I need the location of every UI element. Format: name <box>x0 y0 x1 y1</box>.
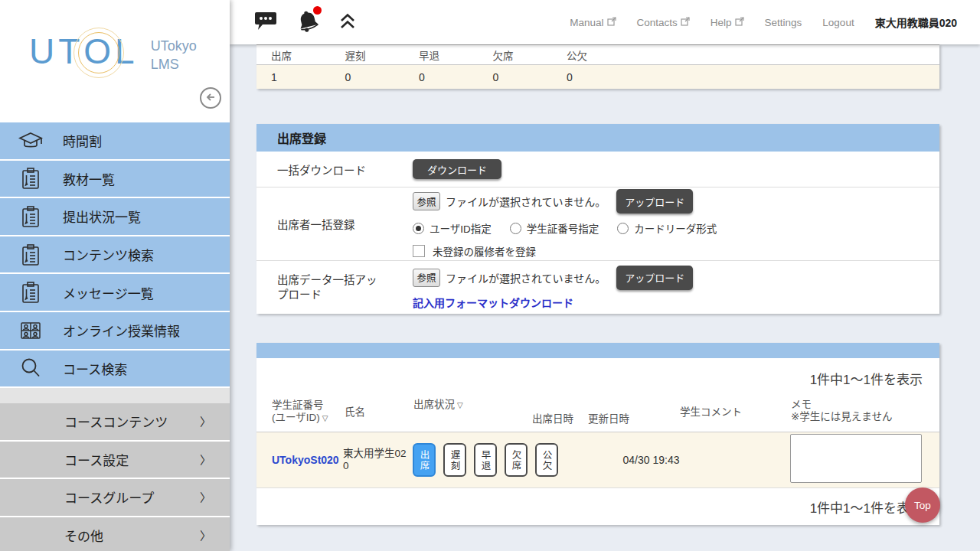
topbar: Manual Contacts Help Settings Logout 東 <box>230 0 980 44</box>
link-label: Logout <box>822 17 854 28</box>
sidebar-collapse-button[interactable] <box>200 87 221 109</box>
student-row: UTokyoSt020 東大用学生020 出席 遅刻 早退 欠席 公欠 04/3… <box>256 432 939 488</box>
col-attend-date: 出席日時 <box>532 413 573 425</box>
summary-col-header: 欠席 <box>493 47 567 63</box>
help-link[interactable]: Help <box>710 17 744 28</box>
clipboard-icon <box>17 243 44 267</box>
utol-logo: UTOL UTokyo LMS <box>29 31 197 74</box>
link-label: Settings <box>765 17 802 28</box>
status-button-present[interactable]: 出席 <box>413 443 436 477</box>
logo-subtitle: UTokyo LMS <box>151 37 197 74</box>
attendance-summary-table: 出席 遅刻 早退 欠席 公欠 1 0 0 0 0 <box>256 44 939 89</box>
attendance-register-panel: 出席登録 一括ダウンロード ダウンロード 出席者一括登録 参照 ファイルが選択さ… <box>256 124 939 314</box>
download-button[interactable]: ダウンロード <box>413 159 501 179</box>
sidebar-item-label: その他 <box>64 526 103 545</box>
logo-part2: O <box>83 31 115 72</box>
summary-value-row: 1 0 0 0 0 <box>256 65 939 89</box>
col-student-id[interactable]: 学生証番号 (ユーザID)▽ <box>272 399 328 424</box>
browse-file-button[interactable]: 参照 <box>413 269 440 287</box>
link-label: Manual <box>570 17 603 28</box>
contacts-link[interactable]: Contacts <box>637 17 690 28</box>
sidebar-item-label: コースグループ <box>64 487 154 507</box>
sidebar-item-course-contents[interactable]: コースコンテンツ 〉 <box>0 403 230 442</box>
radio-label: 学生証番号指定 <box>527 220 599 236</box>
link-label: Help <box>710 17 732 28</box>
col-update-date: 更新日時 <box>588 413 629 425</box>
sidebar-item-submission-status[interactable]: 提出状況一覧 <box>0 198 230 236</box>
collapse-topbar-button[interactable] <box>338 12 357 33</box>
data-upload-row: 出席データ一括アップロード 参照 ファイルが選択されていません。 アップロード … <box>256 261 939 314</box>
notification-badge <box>313 6 322 15</box>
radio-card-reader[interactable] <box>617 223 629 234</box>
sidebar-item-course-group[interactable]: コースグループ 〉 <box>0 479 230 517</box>
sidebar-item-course-search[interactable]: コース検索 <box>0 350 230 389</box>
radio-student-number[interactable] <box>510 223 521 234</box>
settings-link[interactable]: Settings <box>765 17 802 28</box>
student-name: 東大用学生020 <box>343 448 413 472</box>
logout-link[interactable]: Logout <box>822 17 854 28</box>
notifications-button[interactable] <box>296 9 320 36</box>
col-status[interactable]: 出席状況▽ <box>413 399 463 411</box>
upload-button[interactable]: アップロード <box>616 189 693 214</box>
sidebar-item-timetable[interactable]: 時間割 <box>0 122 230 161</box>
summary-col-header: 公欠 <box>567 47 641 63</box>
status-button-absent[interactable]: 欠席 <box>505 443 528 477</box>
result-count-bottom: 1件中1〜1件を表示 <box>256 488 939 525</box>
graduation-cap-icon <box>17 129 44 152</box>
summary-col-header: 出席 <box>271 47 345 63</box>
online-class-icon <box>17 319 44 342</box>
clipboard-icon <box>17 280 44 305</box>
sidebar-item-label: コース設定 <box>64 450 129 469</box>
sidebar-item-online-class[interactable]: オンライン授業情報 <box>0 312 230 350</box>
status-button-excused[interactable]: 公欠 <box>535 443 558 477</box>
summary-value: 0 <box>345 71 420 83</box>
sort-icon: ▽ <box>322 414 328 422</box>
sidebar-item-content-search[interactable]: コンテンツ検索 <box>0 236 230 275</box>
external-link-icon <box>735 17 744 28</box>
sidebar-item-course-settings[interactable]: コース設定 〉 <box>0 442 230 480</box>
scroll-to-top-button[interactable]: Top <box>905 487 940 523</box>
status-button-leave-early[interactable]: 早退 <box>474 443 497 477</box>
logo-text: UTOL <box>29 31 139 72</box>
summary-col-header: 早退 <box>419 47 493 63</box>
sidebar-divider <box>0 388 230 403</box>
sidebar-item-label: コース検索 <box>63 359 127 378</box>
bulk-download-row: 一括ダウンロード ダウンロード <box>256 152 939 187</box>
upload-button[interactable]: アップロード <box>616 266 693 290</box>
sidebar-item-messages[interactable]: メッセージ一覧 <box>0 274 230 312</box>
chat-button[interactable] <box>254 11 277 34</box>
sort-icon: ▽ <box>457 401 463 409</box>
student-id-link[interactable]: UTokyoSt020 <box>256 454 343 466</box>
status-button-late[interactable]: 遅刻 <box>443 443 466 477</box>
topbar-icons <box>254 9 357 36</box>
status-table-header-bar <box>256 343 939 358</box>
row-label: 出席者一括登録 <box>256 187 413 260</box>
memo-cell <box>790 434 939 486</box>
chevron-right-icon: 〉 <box>200 527 211 543</box>
row-label: 出席データ一括アップロード <box>256 261 413 314</box>
radio-user-id[interactable] <box>413 223 424 234</box>
sidebar: UTOL UTokyo LMS 時間割 <box>0 0 230 551</box>
browse-file-button[interactable]: 参照 <box>413 192 440 210</box>
sidebar-item-label: オンライン授業情報 <box>63 321 180 340</box>
col-name: 氏名 <box>345 406 365 419</box>
format-download-link[interactable]: 記入用フォーマットダウンロード <box>413 295 573 310</box>
manual-link[interactable]: Manual <box>570 17 616 28</box>
col-student-comment: 学生コメント <box>680 406 742 419</box>
link-label: Contacts <box>637 17 678 28</box>
summary-value: 0 <box>493 71 567 83</box>
sidebar-item-label: 時間割 <box>63 131 102 150</box>
search-icon <box>17 356 44 380</box>
topbar-links: Manual Contacts Help Settings Logout 東 <box>570 15 957 30</box>
double-chevron-up-icon <box>338 12 357 33</box>
sidebar-item-others[interactable]: その他 〉 <box>0 517 230 551</box>
summary-value: 0 <box>419 71 493 83</box>
memo-textarea[interactable] <box>790 434 922 483</box>
external-link-icon <box>681 17 690 28</box>
sidebar-item-materials[interactable]: 教材一覧 <box>0 161 230 199</box>
clipboard-icon <box>17 166 44 191</box>
update-datetime: 04/30 19:43 <box>589 454 714 466</box>
back-arrow-icon <box>204 90 217 106</box>
checkbox-label: 未登録の履修者を登録 <box>433 243 536 259</box>
register-unenrolled-checkbox[interactable] <box>413 245 425 257</box>
